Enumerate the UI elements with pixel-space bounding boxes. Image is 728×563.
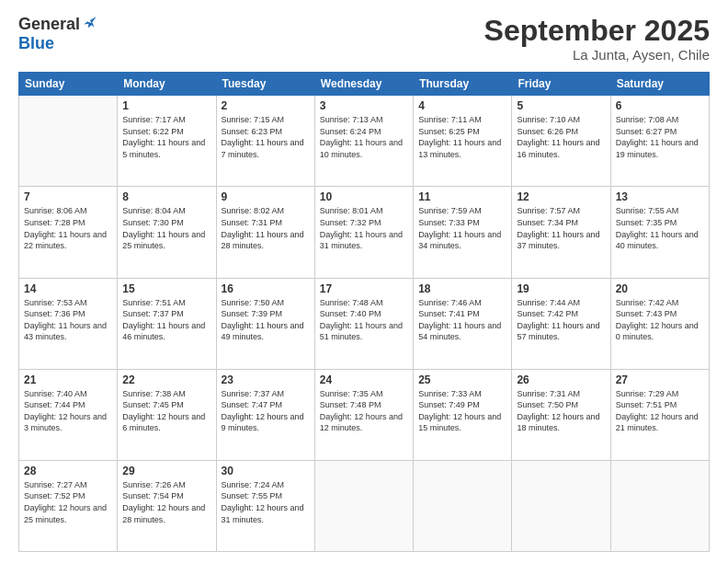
header-sunday: Sunday <box>19 73 118 96</box>
cell-info: Sunrise: 7:57 AM Sunset: 7:34 PM Dayligh… <box>517 205 605 251</box>
cell-info: Sunrise: 7:42 AM Sunset: 7:43 PM Dayligh… <box>616 297 704 343</box>
calendar-cell: 13Sunrise: 7:55 AM Sunset: 7:35 PM Dayli… <box>610 187 709 278</box>
cell-info: Sunrise: 7:29 AM Sunset: 7:51 PM Dayligh… <box>616 388 704 434</box>
logo-blue-text: Blue <box>18 34 54 52</box>
cell-info: Sunrise: 7:35 AM Sunset: 7:48 PM Dayligh… <box>320 388 408 434</box>
day-number: 23 <box>222 373 310 386</box>
week-row-4: 28Sunrise: 7:27 AM Sunset: 7:52 PM Dayli… <box>19 460 710 551</box>
cell-info: Sunrise: 7:10 AM Sunset: 6:26 PM Dayligh… <box>517 114 605 160</box>
day-number: 1 <box>122 99 210 112</box>
title-block: September 2025 La Junta, Aysen, Chile <box>484 15 710 63</box>
location: La Junta, Aysen, Chile <box>484 47 710 63</box>
day-number: 24 <box>320 373 408 386</box>
day-number: 25 <box>418 373 506 386</box>
calendar-cell <box>610 460 709 551</box>
cell-info: Sunrise: 8:06 AM Sunset: 7:28 PM Dayligh… <box>24 205 112 251</box>
day-number: 15 <box>122 282 210 295</box>
cell-info: Sunrise: 7:44 AM Sunset: 7:42 PM Dayligh… <box>517 297 605 343</box>
calendar-cell <box>314 460 413 551</box>
day-number: 7 <box>24 190 112 203</box>
day-number: 18 <box>418 282 506 295</box>
calendar-cell: 20Sunrise: 7:42 AM Sunset: 7:43 PM Dayli… <box>610 278 709 369</box>
header-friday: Friday <box>512 73 610 96</box>
cell-info: Sunrise: 7:11 AM Sunset: 6:25 PM Dayligh… <box>418 114 506 160</box>
calendar-cell: 6Sunrise: 7:08 AM Sunset: 6:27 PM Daylig… <box>610 96 709 187</box>
calendar-cell: 4Sunrise: 7:11 AM Sunset: 6:25 PM Daylig… <box>414 96 512 187</box>
header-tuesday: Tuesday <box>216 73 314 96</box>
calendar-cell <box>19 96 118 187</box>
day-number: 19 <box>517 282 605 295</box>
header: General Blue September 2025 La Junta, Ay… <box>18 15 710 63</box>
cell-info: Sunrise: 8:01 AM Sunset: 7:32 PM Dayligh… <box>320 205 408 251</box>
week-row-2: 14Sunrise: 7:53 AM Sunset: 7:36 PM Dayli… <box>19 278 710 369</box>
day-number: 8 <box>122 190 210 203</box>
week-row-1: 7Sunrise: 8:06 AM Sunset: 7:28 PM Daylig… <box>19 187 710 278</box>
cell-info: Sunrise: 7:24 AM Sunset: 7:55 PM Dayligh… <box>222 479 310 525</box>
calendar-cell: 5Sunrise: 7:10 AM Sunset: 6:26 PM Daylig… <box>512 96 610 187</box>
cell-info: Sunrise: 7:46 AM Sunset: 7:41 PM Dayligh… <box>418 297 506 343</box>
cell-info: Sunrise: 7:38 AM Sunset: 7:45 PM Dayligh… <box>122 388 210 434</box>
day-number: 2 <box>222 99 310 112</box>
header-wednesday: Wednesday <box>314 73 413 96</box>
cell-info: Sunrise: 7:15 AM Sunset: 6:23 PM Dayligh… <box>222 114 310 160</box>
day-number: 10 <box>320 190 408 203</box>
week-row-0: 1Sunrise: 7:17 AM Sunset: 6:22 PM Daylig… <box>19 96 710 187</box>
cell-info: Sunrise: 7:31 AM Sunset: 7:50 PM Dayligh… <box>517 388 605 434</box>
calendar-cell: 14Sunrise: 7:53 AM Sunset: 7:36 PM Dayli… <box>19 278 118 369</box>
calendar-cell: 11Sunrise: 7:59 AM Sunset: 7:33 PM Dayli… <box>414 187 512 278</box>
calendar-cell: 28Sunrise: 7:27 AM Sunset: 7:52 PM Dayli… <box>19 460 118 551</box>
cell-info: Sunrise: 7:40 AM Sunset: 7:44 PM Dayligh… <box>24 388 112 434</box>
calendar-cell: 8Sunrise: 8:04 AM Sunset: 7:30 PM Daylig… <box>118 187 216 278</box>
day-number: 16 <box>222 282 310 295</box>
day-number: 14 <box>24 282 112 295</box>
day-number: 4 <box>418 99 506 112</box>
calendar-cell: 21Sunrise: 7:40 AM Sunset: 7:44 PM Dayli… <box>19 369 118 460</box>
cell-info: Sunrise: 7:53 AM Sunset: 7:36 PM Dayligh… <box>24 297 112 343</box>
day-number: 28 <box>24 465 112 477</box>
calendar-table: Sunday Monday Tuesday Wednesday Thursday… <box>18 72 710 552</box>
day-number: 12 <box>517 190 605 203</box>
cell-info: Sunrise: 7:59 AM Sunset: 7:33 PM Dayligh… <box>418 205 506 251</box>
calendar-cell: 23Sunrise: 7:37 AM Sunset: 7:47 PM Dayli… <box>216 369 314 460</box>
cell-info: Sunrise: 8:02 AM Sunset: 7:31 PM Dayligh… <box>222 205 310 251</box>
header-thursday: Thursday <box>414 73 512 96</box>
cell-info: Sunrise: 7:51 AM Sunset: 7:37 PM Dayligh… <box>122 297 210 343</box>
calendar-cell <box>414 460 512 551</box>
month-title: September 2025 <box>484 15 710 47</box>
cell-info: Sunrise: 7:50 AM Sunset: 7:39 PM Dayligh… <box>222 297 310 343</box>
logo: General Blue <box>18 15 98 53</box>
cell-info: Sunrise: 7:55 AM Sunset: 7:35 PM Dayligh… <box>616 205 704 251</box>
calendar-cell: 26Sunrise: 7:31 AM Sunset: 7:50 PM Dayli… <box>512 369 610 460</box>
cell-info: Sunrise: 7:08 AM Sunset: 6:27 PM Dayligh… <box>616 114 704 160</box>
days-header-row: Sunday Monday Tuesday Wednesday Thursday… <box>19 73 710 96</box>
day-number: 26 <box>517 373 605 386</box>
cell-info: Sunrise: 7:48 AM Sunset: 7:40 PM Dayligh… <box>320 297 408 343</box>
day-number: 11 <box>418 190 506 203</box>
logo-general-text: General <box>18 15 80 34</box>
day-number: 6 <box>616 99 704 112</box>
day-number: 29 <box>122 465 210 477</box>
calendar-cell: 2Sunrise: 7:15 AM Sunset: 6:23 PM Daylig… <box>216 96 314 187</box>
day-number: 3 <box>320 99 408 112</box>
cell-info: Sunrise: 7:37 AM Sunset: 7:47 PM Dayligh… <box>222 388 310 434</box>
calendar-cell: 22Sunrise: 7:38 AM Sunset: 7:45 PM Dayli… <box>118 369 216 460</box>
cell-info: Sunrise: 7:26 AM Sunset: 7:54 PM Dayligh… <box>122 479 210 525</box>
calendar-cell: 10Sunrise: 8:01 AM Sunset: 7:32 PM Dayli… <box>314 187 413 278</box>
day-number: 9 <box>222 190 310 203</box>
header-monday: Monday <box>118 73 216 96</box>
calendar-cell: 27Sunrise: 7:29 AM Sunset: 7:51 PM Dayli… <box>610 369 709 460</box>
calendar-cell: 9Sunrise: 8:02 AM Sunset: 7:31 PM Daylig… <box>216 187 314 278</box>
calendar-cell: 16Sunrise: 7:50 AM Sunset: 7:39 PM Dayli… <box>216 278 314 369</box>
calendar-cell: 1Sunrise: 7:17 AM Sunset: 6:22 PM Daylig… <box>118 96 216 187</box>
calendar-cell: 30Sunrise: 7:24 AM Sunset: 7:55 PM Dayli… <box>216 460 314 551</box>
calendar-cell: 15Sunrise: 7:51 AM Sunset: 7:37 PM Dayli… <box>118 278 216 369</box>
cell-info: Sunrise: 7:33 AM Sunset: 7:49 PM Dayligh… <box>418 388 506 434</box>
day-number: 27 <box>616 373 704 386</box>
cell-info: Sunrise: 7:17 AM Sunset: 6:22 PM Dayligh… <box>122 114 210 160</box>
cell-info: Sunrise: 7:27 AM Sunset: 7:52 PM Dayligh… <box>24 479 112 525</box>
calendar-cell: 18Sunrise: 7:46 AM Sunset: 7:41 PM Dayli… <box>414 278 512 369</box>
calendar-cell: 7Sunrise: 8:06 AM Sunset: 7:28 PM Daylig… <box>19 187 118 278</box>
page: General Blue September 2025 La Junta, Ay… <box>0 0 728 563</box>
calendar-cell: 29Sunrise: 7:26 AM Sunset: 7:54 PM Dayli… <box>118 460 216 551</box>
calendar-cell: 24Sunrise: 7:35 AM Sunset: 7:48 PM Dayli… <box>314 369 413 460</box>
